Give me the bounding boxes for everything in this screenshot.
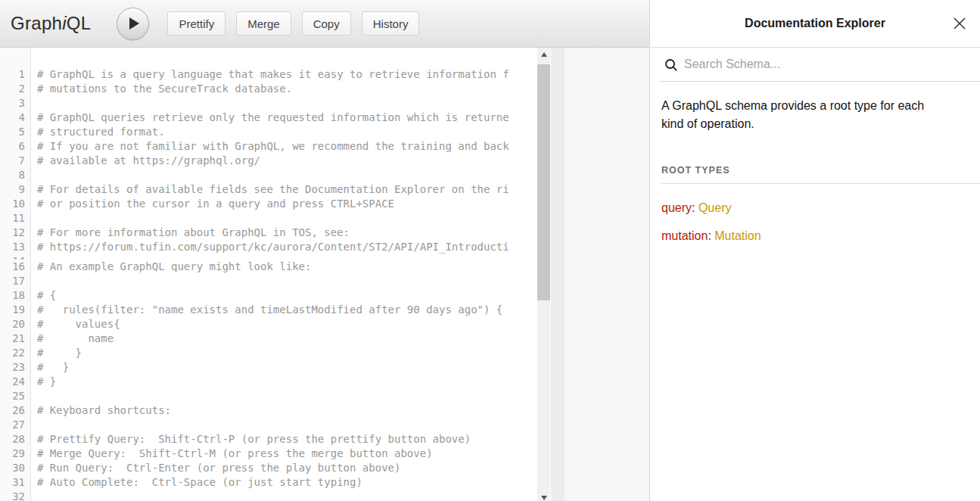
code-line-26: 26# Keyboard shortcuts: [0, 403, 551, 418]
execute-query-button[interactable] [117, 8, 149, 40]
scrollbar-thumb[interactable] [537, 64, 550, 300]
code-text: # available at https://graphql.org/ [31, 154, 260, 168]
code-line-21: 21# name [0, 331, 551, 346]
code-text: # GraphQL is a query language that makes… [31, 67, 509, 82]
line-number: 24 [0, 375, 31, 389]
toolbar-buttons: Prettify Merge Copy History [167, 11, 419, 36]
line-number: 28 [0, 432, 31, 447]
line-number: 6 [0, 139, 31, 154]
line-number: 21 [0, 331, 31, 346]
code-text: # } [31, 346, 82, 360]
code-line-13: 13# https://forum.tufin.com/support/kc/a… [0, 240, 551, 254]
close-icon [952, 16, 967, 31]
history-button[interactable]: History [362, 11, 420, 36]
code-line-18: 18# { [0, 288, 551, 303]
code-line-25: 25 [0, 389, 551, 403]
code-text [31, 274, 37, 288]
line-number: 9 [0, 182, 31, 197]
line-number: 2 [0, 82, 31, 96]
code-line-9: 9# For details of available fields see t… [0, 182, 551, 197]
code-text: # structured format. [31, 125, 165, 139]
play-icon [129, 17, 139, 30]
toolbar: GraphiQL Prettify Merge Copy History [0, 0, 649, 48]
line-number: 8 [0, 168, 31, 182]
type-link-mutation[interactable]: Mutation [714, 229, 761, 242]
code-line-29: 29# Merge Query: Shift-Ctrl-M (or press … [0, 447, 551, 461]
line-number: 13 [0, 240, 31, 254]
doc-explorer-title-bar: Documentation Explorer [650, 0, 980, 48]
code-text: # values{ [31, 317, 120, 331]
code-line-4: 4# GraphQL queries retrieve only the req… [0, 110, 551, 125]
code-text: # For more information about GraphQL in … [31, 226, 350, 240]
code-text [31, 254, 37, 260]
code-line-10: 10# or position the cursor in a query an… [0, 197, 551, 211]
code-line-5: 5# structured format. [0, 125, 551, 139]
code-text [31, 490, 37, 501]
scroll-down-icon [541, 496, 547, 500]
prettify-button[interactable]: Prettify [167, 11, 226, 36]
code-line-28: 28# Prettify Query: Shift-Ctrl-P (or pre… [0, 432, 551, 447]
search-schema-input[interactable] [684, 58, 941, 71]
code-text: # rules(filter: "name exists and timeLas… [31, 303, 502, 317]
code-line-19: 19# rules(filter: "name exists and timeL… [0, 303, 551, 317]
copy-button[interactable]: Copy [302, 11, 351, 36]
code-line-30: 30# Run Query: Ctrl-Enter (or press the … [0, 461, 551, 475]
line-number: 1 [0, 67, 31, 82]
code-line-11: 11 [0, 211, 551, 226]
separator: : [692, 201, 698, 214]
code-line-14: 14 [0, 254, 551, 260]
code-text [31, 211, 37, 226]
root-type-query: query: Query [661, 201, 980, 215]
line-number: 10 [0, 197, 31, 211]
line-number: 32 [0, 490, 31, 501]
merge-button[interactable]: Merge [236, 11, 291, 36]
code-text [31, 418, 37, 432]
code-line-24: 24# } [0, 375, 551, 389]
logo-text-2: QL [67, 13, 92, 33]
field-name-mutation: mutation [661, 229, 708, 242]
result-pane [565, 48, 649, 501]
line-number: 29 [0, 447, 31, 461]
schema-search-box[interactable] [660, 48, 980, 82]
query-editor[interactable]: 1# GraphQL is a query language that make… [0, 48, 551, 501]
scroll-up-button[interactable] [537, 48, 550, 61]
scroll-up-icon [541, 52, 547, 57]
workspace: 1# GraphQL is a query language that make… [0, 48, 649, 501]
line-number: 31 [0, 475, 31, 490]
close-doc-explorer-button[interactable] [952, 16, 967, 31]
code-text: # Prettify Query: Shift-Ctrl-P (or press… [31, 432, 471, 447]
line-number: 23 [0, 360, 31, 375]
editor-scrollbar[interactable] [537, 48, 550, 501]
code-line-1: 1# GraphQL is a query language that make… [0, 67, 551, 82]
code-line-22: 22# } [0, 346, 551, 360]
query-region: GraphiQL Prettify Merge Copy History 1# … [0, 0, 649, 501]
logo-text-1: Graph [11, 13, 62, 33]
line-number: 4 [0, 110, 31, 125]
code-text: # An example GraphQL query might look li… [31, 260, 311, 274]
code-line-6: 6# If you are not familiar with GraphQL,… [0, 139, 551, 154]
line-number: 26 [0, 403, 31, 418]
code-text: # } [31, 360, 69, 375]
line-number: 14 [0, 254, 31, 260]
line-number: 17 [0, 274, 31, 288]
separator: : [708, 229, 714, 242]
pane-divider[interactable] [551, 48, 565, 501]
code-text: # name [31, 331, 114, 346]
line-number: 27 [0, 418, 31, 432]
root-type-mutation: mutation: Mutation [661, 229, 980, 243]
graphiql-app: GraphiQL Prettify Merge Copy History 1# … [0, 0, 980, 501]
line-number: 20 [0, 317, 31, 331]
line-number: 30 [0, 461, 31, 475]
code-line-2: 2# mutations to the SecureTrack database… [0, 82, 551, 96]
code-line-23: 23# } [0, 360, 551, 375]
scroll-down-button[interactable] [537, 491, 550, 501]
code-line-12: 12# For more information about GraphQL i… [0, 226, 551, 240]
code-text: # } [31, 375, 56, 389]
code-text: # mutations to the SecureTrack database. [31, 82, 292, 96]
code-line-7: 7# available at https://graphql.org/ [0, 154, 551, 168]
code-text: # Keyboard shortcuts: [31, 403, 171, 418]
doc-explorer-title: Documentation Explorer [745, 17, 885, 30]
type-link-query[interactable]: Query [698, 201, 732, 214]
doc-explorer-contents: A GraphQL schema provides a root type fo… [650, 82, 980, 243]
code-text: # Run Query: Ctrl-Enter (or press the pl… [31, 461, 400, 475]
